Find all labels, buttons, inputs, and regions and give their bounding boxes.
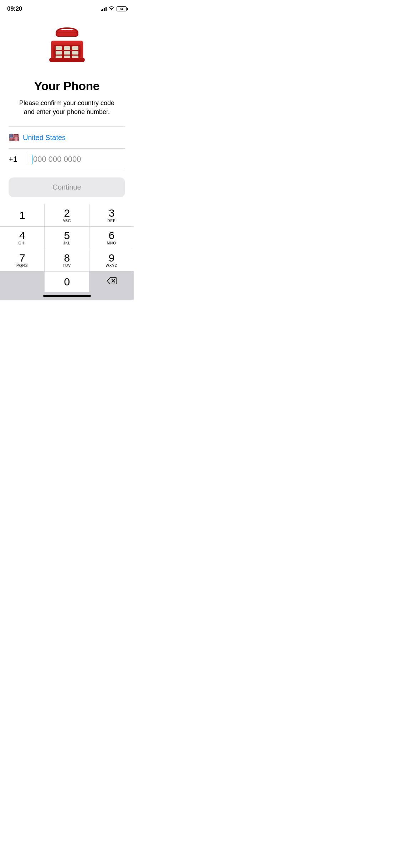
wifi-icon xyxy=(109,6,114,12)
battery-icon: 84 xyxy=(117,6,127,11)
phone-input-area[interactable]: 000 000 0000 xyxy=(32,155,125,164)
svg-rect-8 xyxy=(72,46,78,50)
text-cursor xyxy=(32,155,32,164)
phone-placeholder: 000 000 0000 xyxy=(33,155,81,164)
svg-rect-10 xyxy=(64,51,70,55)
svg-rect-11 xyxy=(72,51,78,55)
keyboard-grid: 1 2 ABC 3 DEF 4 GHI 5 JKL 6 MNO 7 PQRS 8 xyxy=(0,204,134,292)
key-3[interactable]: 3 DEF xyxy=(89,204,134,226)
home-bar xyxy=(43,295,91,297)
svg-rect-4 xyxy=(57,32,77,36)
key-1[interactable]: 1 xyxy=(0,204,44,226)
svg-rect-15 xyxy=(49,58,85,62)
page-title: Your Phone xyxy=(34,79,99,93)
continue-button[interactable]: Continue xyxy=(9,177,125,197)
phone-input-row: +1 000 000 0000 xyxy=(9,149,125,170)
key-4[interactable]: 4 GHI xyxy=(0,227,44,249)
phone-vertical-divider xyxy=(26,154,26,165)
svg-rect-9 xyxy=(56,51,62,55)
key-7[interactable]: 7 PQRS xyxy=(0,249,44,271)
status-icons: 84 xyxy=(101,6,127,12)
phone-illustration xyxy=(46,26,88,71)
main-content: Your Phone Please confirm your country c… xyxy=(0,16,134,197)
signal-icon xyxy=(101,7,107,11)
key-9[interactable]: 9 WXYZ xyxy=(89,249,134,271)
page-subtitle: Please confirm your country codeand ente… xyxy=(19,99,114,117)
key-5[interactable]: 5 JKL xyxy=(45,227,89,249)
key-8[interactable]: 8 TUV xyxy=(45,249,89,271)
key-2[interactable]: 2 ABC xyxy=(45,204,89,226)
country-flag: 🇺🇸 xyxy=(9,133,19,143)
svg-rect-6 xyxy=(56,46,62,50)
key-6[interactable]: 6 MNO xyxy=(89,227,134,249)
battery-level: 84 xyxy=(120,7,123,11)
svg-rect-7 xyxy=(64,46,70,50)
status-bar: 09:20 84 xyxy=(0,0,134,16)
keyboard: 1 2 ABC 3 DEF 4 GHI 5 JKL 6 MNO 7 PQRS 8 xyxy=(0,204,134,300)
country-code: +1 xyxy=(9,155,26,164)
svg-rect-16 xyxy=(51,41,83,43)
country-selector[interactable]: 🇺🇸 United States xyxy=(9,127,125,148)
delete-icon xyxy=(107,277,117,287)
key-empty xyxy=(0,272,44,292)
country-name: United States xyxy=(23,134,66,142)
bottom-divider xyxy=(9,170,125,170)
status-time: 09:20 xyxy=(7,5,22,12)
home-indicator xyxy=(0,292,134,300)
key-delete[interactable] xyxy=(89,272,134,292)
key-0[interactable]: 0 xyxy=(45,272,89,292)
